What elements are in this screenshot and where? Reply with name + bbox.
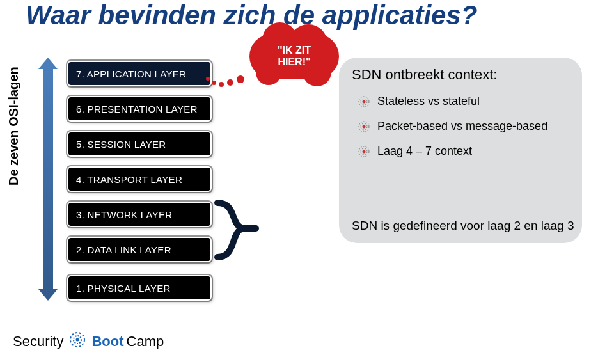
bullet-text: Stateless vs stateful bbox=[377, 95, 480, 108]
bullet-row: Laag 4 – 7 context bbox=[358, 145, 569, 158]
footer-logo: Security BootCamp bbox=[13, 331, 164, 352]
thought-bubble: "IK ZIT HIER!" bbox=[243, 31, 345, 82]
bullet-text: Packet-based vs message-based bbox=[377, 120, 547, 133]
svg-point-5 bbox=[363, 125, 366, 128]
context-panel: SDN ontbreekt context: Stateless vs stat… bbox=[339, 58, 582, 243]
layer-1-physical: 1. PHYSICAL LAYER bbox=[67, 275, 212, 301]
thought-dot-icon bbox=[219, 82, 224, 87]
logo-text-boot: Boot bbox=[91, 333, 123, 350]
panel-footer: SDN is gedefineerd voor laag 2 en laag 3 bbox=[352, 219, 574, 233]
thought-dot-icon bbox=[227, 79, 233, 86]
bubble-line2: HIER!" bbox=[278, 56, 310, 67]
target-bullet-icon bbox=[358, 146, 370, 157]
bullet-row: Stateless vs stateful bbox=[358, 95, 569, 108]
bullet-row: Packet-based vs message-based bbox=[358, 120, 569, 133]
layer-7-application: 7. APPLICATION LAYER bbox=[67, 61, 212, 86]
panel-title: SDN ontbreekt context: bbox=[352, 67, 569, 83]
curly-brace-icon bbox=[211, 200, 269, 257]
layer-4-transport: 4. TRANSPORT LAYER bbox=[67, 166, 212, 192]
thought-dot-icon bbox=[212, 81, 216, 85]
logo-text-security: Security bbox=[13, 333, 63, 350]
layer-5-session: 5. SESSION LAYER bbox=[67, 131, 212, 157]
layer-2-datalink: 2. DATA LINK LAYER bbox=[67, 237, 212, 262]
osi-label: De zeven OSI-lagen bbox=[6, 67, 21, 186]
target-bullet-icon bbox=[358, 96, 370, 107]
thought-dot-icon bbox=[237, 75, 244, 83]
svg-point-11 bbox=[76, 338, 79, 342]
thought-dot-icon bbox=[206, 77, 210, 81]
layer-3-network: 3. NETWORK LAYER bbox=[67, 202, 212, 227]
svg-point-8 bbox=[363, 150, 366, 153]
slide-title: Waar bevinden zich de applicaties? bbox=[26, 0, 477, 31]
bullet-text: Laag 4 – 7 context bbox=[377, 145, 472, 158]
bubble-line1: "IK ZIT bbox=[278, 45, 311, 56]
layer-6-presentation: 6. PRESENTATION LAYER bbox=[67, 96, 212, 122]
logo-text-camp: Camp bbox=[127, 333, 164, 350]
target-bullet-icon bbox=[358, 121, 370, 132]
osi-arrow bbox=[38, 58, 58, 301]
logo-target-icon bbox=[68, 331, 86, 352]
svg-point-2 bbox=[363, 100, 366, 103]
